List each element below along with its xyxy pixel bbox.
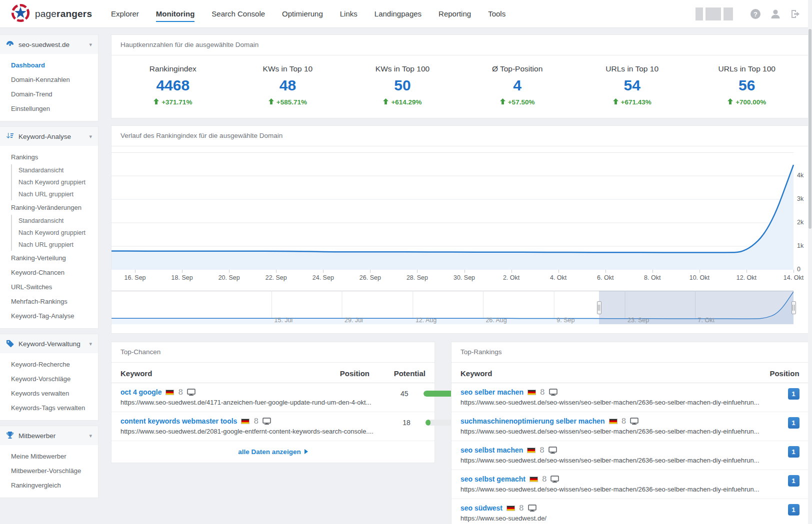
sidebar-section-keyword-analyse: Keyword-Analyse▾RankingsStandardansichtN…: [0, 126, 98, 329]
user-icon[interactable]: [770, 8, 781, 19]
nav-item-explorer[interactable]: Explorer: [111, 0, 139, 27]
sidebar-item-ranking-verteilung[interactable]: Ranking-Verteilung: [0, 251, 98, 265]
keyword-link[interactable]: seo selbst gemacht: [460, 475, 526, 483]
show-all-data-link[interactable]: alle Daten anzeigen: [112, 441, 434, 463]
keyword-link[interactable]: seo selbst machen: [460, 446, 523, 454]
sidebar-item-keyword-vorschläge[interactable]: Keyword-Vorschläge: [0, 372, 98, 386]
sidebar-item-keyword-chancen[interactable]: Keyword-Chancen: [0, 265, 98, 280]
arrow-up-icon: [268, 98, 274, 106]
sidebar-item-mitbewerber-vorschläge[interactable]: Mitbewerber-Vorschläge: [0, 464, 98, 478]
top-header: pagerangers ExplorerMonitoringSearch Con…: [0, 0, 812, 28]
x-axis-tick: [652, 270, 653, 273]
position-badge: 1: [788, 504, 800, 516]
chevron-down-icon: ▾: [89, 433, 92, 439]
keyword-link[interactable]: oct 4 google: [120, 388, 162, 396]
header-actions: ?: [696, 7, 801, 20]
sidebar-item-nach-keyword-gruppiert[interactable]: Nach Keyword gruppiert: [11, 176, 98, 188]
scrollbar-thumb[interactable]: [808, 29, 812, 229]
nav-item-monitoring[interactable]: Monitoring: [156, 0, 194, 27]
kpi-value: 56: [690, 77, 804, 94]
position-value: 18: [374, 417, 410, 427]
sidebar-item-keywords-verwalten[interactable]: Keywords verwalten: [0, 386, 98, 401]
kpi-change: +671.43%: [574, 98, 690, 106]
google-icon: 8: [254, 418, 258, 425]
sidebar-item-nach-url-gruppiert[interactable]: Nach URL gruppiert: [11, 188, 98, 200]
sidebar-item-url-switches[interactable]: URL-Switches: [0, 280, 98, 294]
nav-item-optimierung[interactable]: Optimierung: [282, 0, 323, 27]
google-icon: 8: [519, 505, 524, 512]
kpi-change: +57.50%: [460, 98, 575, 106]
position-value: 45: [372, 388, 408, 398]
keyword-link[interactable]: seo selber machen: [460, 388, 524, 396]
x-axis-label: 18. Sep: [172, 274, 193, 281]
sidebar-item-einstellungen[interactable]: Einstellungen: [0, 101, 98, 116]
sidebar-section-header-seo-suedwest-de[interactable]: seo-suedwest.de▾: [0, 35, 98, 54]
google-icon: 8: [622, 418, 626, 425]
page-scrollbar[interactable]: [808, 0, 812, 524]
sidebar-item-meine-mitbewerber[interactable]: Meine Mitbewerber: [0, 449, 98, 464]
chevron-down-icon: ▾: [89, 133, 92, 140]
sidebar-item-ranking-veränderungen[interactable]: Ranking-Veränderungen: [0, 200, 98, 215]
position-badge: 1: [788, 417, 800, 429]
x-axis-label: 4. Okt: [550, 274, 566, 281]
chevron-down-icon: ▾: [89, 41, 92, 48]
sidebar-section-header-keyword-analyse[interactable]: Keyword-Analyse▾: [0, 127, 98, 146]
arrow-up-icon: [728, 98, 733, 106]
brand-logo[interactable]: pagerangers: [11, 3, 111, 24]
svg-text:?: ?: [754, 10, 758, 17]
nav-item-tools[interactable]: Tools: [488, 0, 506, 27]
x-axis-tick: [746, 270, 747, 273]
kpi-panel-title: Hauptkennzahlen für die ausgewählte Doma…: [112, 35, 808, 55]
rankingindex-chart-plot: 4k3k2k1k0: [112, 152, 808, 270]
kpi-value: 48: [230, 77, 346, 94]
chart-x-axis: 16. Sep18. Sep20. Sep22. Sep24. Sep26. S…: [112, 270, 808, 285]
kpi-card-top-position: Ø Top-Position4+57.50%: [460, 64, 575, 106]
nav-item-links[interactable]: Links: [340, 0, 358, 27]
sidebar-item-standardansicht[interactable]: Standardansicht: [11, 215, 98, 227]
sidebar-item-domain-trend[interactable]: Domain-Trend: [0, 87, 98, 101]
x-axis-tick: [229, 270, 230, 273]
sidebar-item-dashboard[interactable]: Dashboard: [0, 58, 98, 72]
logout-icon[interactable]: [790, 8, 801, 19]
x-axis-label: 30. Sep: [454, 274, 475, 281]
sidebar-item-mehrfach-rankings[interactable]: Mehrfach-Rankings: [0, 294, 98, 309]
header-placeholder-blocks: [696, 7, 733, 20]
kpi-grid: Rankingindex4468+371.71%KWs in Top 1048+…: [112, 55, 808, 118]
keyword-link[interactable]: content keywords webmaster tools: [120, 417, 237, 425]
ranking-row: seo südwest8https://www.seo-suedwest.de/…: [452, 499, 808, 524]
y-axis-label: 4k: [797, 172, 804, 179]
top-chancen-title: Top-Chancen: [112, 342, 434, 363]
top-chancen-rows: oct 4 google8https://www.seo-suedwest.de…: [112, 383, 434, 441]
nav-item-reporting[interactable]: Reporting: [438, 0, 471, 27]
keyword-url: https://www.seo-suedwest.de/2081-google-…: [120, 428, 374, 435]
nav-item-search-console[interactable]: Search Console: [212, 0, 265, 27]
keyword-link[interactable]: seo südwest: [460, 504, 502, 512]
nav-item-landingpages[interactable]: Landingpages: [374, 0, 422, 27]
sidebar-section-title: Mitbewerber: [18, 432, 56, 440]
sidebar-item-keywords-tags-verwalten[interactable]: Keywords-Tags verwalten: [0, 401, 98, 415]
sidebar-item-keyword-tag-analyse[interactable]: Keyword-Tag-Analyse: [0, 309, 98, 323]
sidebar-section-header-keyword-verwaltung[interactable]: Keyword-Verwaltung▾: [0, 334, 98, 353]
sidebar-item-domain-kennzahlen[interactable]: Domain-Kennzahlen: [0, 72, 98, 87]
y-axis-label: 1k: [797, 242, 804, 249]
help-icon[interactable]: ?: [750, 8, 761, 19]
navigator-handle-left[interactable]: [597, 301, 602, 314]
navigator-handle-right[interactable]: [792, 301, 796, 314]
sidebar-item-nach-keyword-gruppiert[interactable]: Nach Keyword gruppiert: [11, 227, 98, 239]
sidebar-item-keyword-recherche[interactable]: Keyword-Recherche: [0, 357, 98, 372]
x-axis-tick: [182, 270, 182, 273]
keyword-url: https://www.seo-suedwest.de/: [460, 515, 760, 522]
sidebar-item-standardansicht[interactable]: Standardansicht: [11, 164, 98, 176]
sidebar-item-rankings[interactable]: Rankings: [0, 150, 98, 164]
chart-navigator[interactable]: 15. Jul29. Jul12. Aug26. Aug9. Sep23. Se…: [112, 291, 808, 324]
kpi-card-kws-in-top-10: KWs in Top 1048+585.71%: [230, 64, 346, 106]
sidebar-item-rankingvergleich[interactable]: Rankingvergleich: [0, 478, 98, 493]
keyword-link[interactable]: suchmaschinenoptimierung selber machen: [460, 417, 605, 425]
sidebar-item-nach-url-gruppiert[interactable]: Nach URL gruppiert: [11, 239, 98, 251]
brand-name: pagerangers: [35, 8, 92, 19]
kpi-label: KWs in Top 100: [345, 64, 460, 73]
x-axis-tick: [512, 270, 512, 273]
kpi-change: +700.00%: [690, 98, 804, 106]
sidebar-section-header-mitbewerber[interactable]: Mitbewerber▾: [0, 426, 98, 445]
caret-right-icon: [304, 448, 308, 456]
